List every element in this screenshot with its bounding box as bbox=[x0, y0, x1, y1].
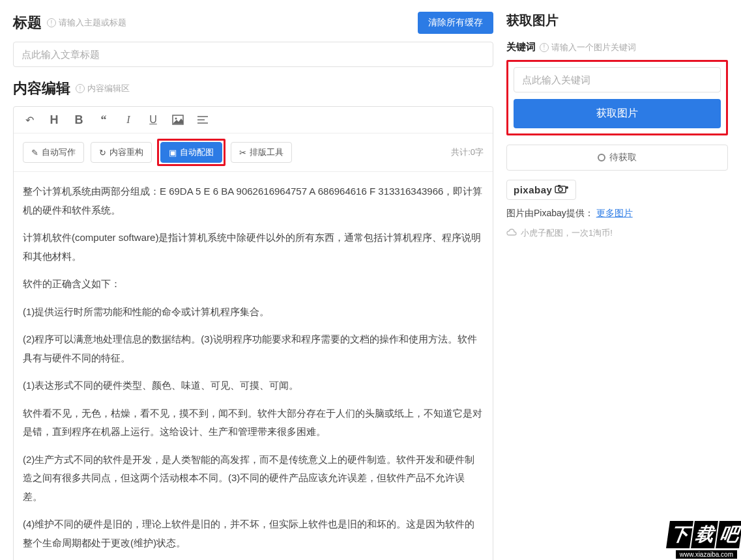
paragraph: (4)维护不同的硬件是旧的，理论上软件是旧的，并不坏，但实际上软件也是旧的和坏的… bbox=[23, 515, 484, 552]
title-input[interactable] bbox=[13, 42, 493, 67]
svg-point-6 bbox=[559, 188, 562, 191]
editor-box: ↶ H B “ I U ✎ 自动写作 ↻ bbox=[13, 106, 493, 560]
layout-icon: ✂ bbox=[239, 148, 246, 158]
pending-status: 待获取 bbox=[506, 145, 728, 171]
provider-row: 图片由Pixabay提供： 更多图片 bbox=[506, 208, 728, 219]
auto-write-button[interactable]: ✎ 自动写作 bbox=[23, 142, 84, 163]
paragraph: (2)生产方式不同的软件是开发，是人类智能的高发挥，而不是传统意义上的硬件制造。… bbox=[23, 451, 484, 507]
auto-image-button[interactable]: ▣ 自动配图 bbox=[160, 142, 222, 163]
footer-note: 小虎子配图，一次1淘币! bbox=[506, 227, 728, 239]
keyword-label-row: 关键词 ! 请输入一个图片关键词 bbox=[506, 41, 728, 53]
content-hint: ! 内容编辑区 bbox=[76, 83, 130, 94]
clear-cache-button[interactable]: 清除所有缓存 bbox=[418, 12, 493, 34]
quote-icon[interactable]: “ bbox=[97, 113, 110, 126]
paragraph: 整个计算机系统由两部分组成：E 69DA 5 E 6 BA 9062616964… bbox=[23, 182, 484, 219]
paragraph: 软件的正确含义如下： bbox=[23, 275, 484, 294]
italic-icon[interactable]: I bbox=[122, 113, 135, 126]
keyword-label: 关键词 bbox=[506, 41, 536, 53]
paragraph: 软件看不见，无色，枯燥，看不见，摸不到，闻不到。软件大部分存在于人们的头脑或纸上… bbox=[23, 404, 484, 441]
title-heading: 标题 bbox=[13, 13, 42, 33]
content-header: 内容编辑 ! 内容编辑区 bbox=[13, 79, 493, 98]
keyword-hint: ! 请输入一个图片关键词 bbox=[540, 42, 636, 53]
undo-icon[interactable]: ↶ bbox=[23, 113, 36, 126]
editor-content[interactable]: 整个计算机系统由两部分组成：E 69DA 5 E 6 BA 9062616964… bbox=[14, 172, 493, 560]
cloud-icon bbox=[506, 229, 517, 238]
paragraph: 计算机软件(computer software)是指计算机系统中除硬件以外的所有… bbox=[23, 229, 484, 266]
pixabay-badge: pixabay bbox=[506, 180, 576, 200]
highlight-box: ▣ 自动配图 bbox=[157, 139, 225, 166]
content-heading: 内容编辑 bbox=[13, 79, 70, 98]
refresh-icon: ↻ bbox=[99, 148, 106, 158]
fetch-image-button[interactable]: 获取图片 bbox=[514, 99, 721, 128]
image-match-icon: ▣ bbox=[169, 148, 177, 158]
heading-icon[interactable]: H bbox=[48, 113, 61, 126]
camera-icon bbox=[555, 184, 569, 195]
underline-icon[interactable]: U bbox=[147, 113, 160, 126]
highlight-box: 获取图片 bbox=[506, 60, 728, 135]
pencil-icon: ✎ bbox=[31, 148, 38, 158]
svg-point-8 bbox=[566, 186, 568, 189]
svg-rect-7 bbox=[558, 185, 560, 187]
info-icon: ! bbox=[76, 84, 85, 93]
paragraph: (1)提供运行时所需功能和性能的命令或计算机程序集合。 bbox=[23, 303, 484, 322]
word-count: 共计:0字 bbox=[451, 147, 484, 158]
image-icon[interactable] bbox=[171, 113, 184, 126]
format-toolbar: ↶ H B “ I U bbox=[14, 107, 493, 133]
layout-tool-button[interactable]: ✂ 排版工具 bbox=[231, 142, 292, 163]
action-toolbar: ✎ 自动写作 ↻ 内容重构 ▣ 自动配图 ✂ 排版工具 bbox=[14, 133, 493, 172]
more-images-link[interactable]: 更多图片 bbox=[596, 208, 633, 218]
align-icon[interactable] bbox=[196, 113, 209, 126]
info-icon: ! bbox=[540, 43, 549, 52]
title-header: 标题 ! 请输入主题或标题 清除所有缓存 bbox=[13, 12, 493, 34]
restructure-button[interactable]: ↻ 内容重构 bbox=[91, 142, 152, 163]
title-hint: ! 请输入主题或标题 bbox=[47, 17, 126, 29]
svg-point-1 bbox=[175, 118, 177, 120]
bold-icon[interactable]: B bbox=[72, 113, 85, 126]
keyword-input[interactable] bbox=[514, 67, 721, 92]
paragraph: (1)表达形式不同的硬件类型、颜色、味道、可见、可摸、可闻。 bbox=[23, 376, 484, 395]
info-icon: ! bbox=[47, 18, 56, 27]
circle-icon bbox=[598, 154, 605, 161]
fetch-image-heading: 获取图片 bbox=[506, 12, 728, 29]
paragraph: (2)程序可以满意地处理信息的数据结构。(3)说明程序功能要求和程序需要的文档的… bbox=[23, 330, 484, 367]
